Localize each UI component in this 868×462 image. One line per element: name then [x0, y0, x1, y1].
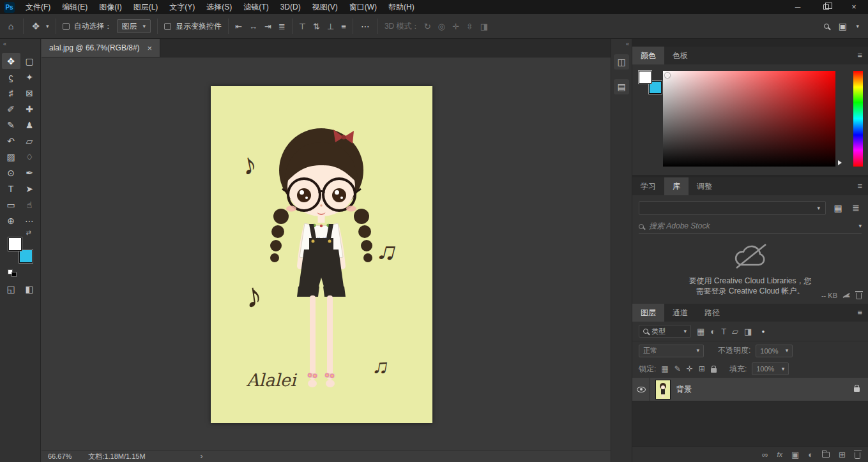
foreground-color-swatch[interactable]: [8, 237, 22, 251]
close-tab-button[interactable]: ×: [148, 43, 153, 53]
3d-slide-button[interactable]: ⇳: [466, 22, 473, 31]
filter-kind-adjustment-button[interactable]: ◐: [710, 327, 715, 336]
auto-select-dropdown[interactable]: 图层 ▾: [117, 19, 151, 33]
distribute-v-button[interactable]: ≡: [341, 22, 346, 31]
new-group-button[interactable]: [822, 452, 830, 458]
new-layer-button[interactable]: ⊞: [839, 450, 846, 459]
tab-libraries[interactable]: 库: [664, 177, 689, 195]
chevron-down-icon[interactable]: ▾: [856, 24, 859, 29]
add-layer-mask-button[interactable]: ▣: [791, 450, 799, 459]
menu-help[interactable]: 帮助(H): [383, 0, 420, 14]
eraser-tool[interactable]: ▱: [20, 133, 39, 149]
list-view-button[interactable]: ≣: [850, 204, 862, 212]
hand-tool[interactable]: ☝: [20, 197, 39, 212]
frame-tool[interactable]: ⊠: [20, 85, 39, 101]
lasso-tool[interactable]: ϛ: [2, 69, 20, 85]
spot-healing-brush-tool[interactable]: ✚: [20, 101, 39, 117]
close-button[interactable]: ×: [840, 0, 868, 14]
grid-view-button[interactable]: ▦: [832, 204, 844, 212]
document-info[interactable]: 文档:1.18M/1.15M: [88, 452, 145, 461]
search-icon[interactable]: [824, 24, 829, 29]
panel-menu-icon[interactable]: ≡: [857, 51, 862, 59]
panel-foreground-swatch[interactable]: [639, 71, 651, 84]
filter-kind-type-button[interactable]: T: [721, 327, 726, 336]
screen-mode-button[interactable]: ◧: [20, 281, 39, 297]
canvas-image[interactable]: ♪ ♪ ♫ ♫: [211, 86, 432, 423]
eyedropper-tool[interactable]: ✐: [2, 101, 20, 117]
menu-view[interactable]: 视图(V): [307, 0, 344, 14]
add-adjustment-layer-button[interactable]: ◐: [808, 450, 813, 459]
panel-menu-icon[interactable]: ≡: [857, 308, 862, 317]
distribute-h-button[interactable]: ≣: [278, 22, 286, 31]
align-top-button[interactable]: ⊤: [299, 22, 306, 31]
align-right-button[interactable]: ⇥: [264, 22, 271, 31]
collapsed-properties-panel-button[interactable]: ▤: [614, 79, 629, 94]
collapse-toolbar-button[interactable]: «: [3, 41, 6, 47]
link-layers-button[interactable]: ∞: [762, 450, 768, 459]
type-tool[interactable]: T: [2, 181, 20, 197]
lock-all-button[interactable]: [711, 368, 717, 373]
3d-drag-button[interactable]: ✛: [452, 22, 459, 31]
swap-colors-button[interactable]: ⇄: [26, 229, 31, 236]
tab-swatches[interactable]: 色板: [664, 47, 696, 64]
menu-window[interactable]: 窗口(W): [344, 0, 383, 14]
filter-kind-smartobject-button[interactable]: ◨: [744, 327, 752, 336]
tab-channels[interactable]: 通道: [664, 304, 696, 322]
auto-select-checkbox[interactable]: [63, 23, 70, 30]
gradient-tool[interactable]: ▨: [2, 149, 20, 165]
move-tool[interactable]: ✥: [2, 53, 20, 69]
collapse-dock-button[interactable]: «: [626, 41, 628, 47]
quick-mask-button[interactable]: ◱: [2, 281, 20, 297]
tab-paths[interactable]: 路径: [696, 304, 728, 322]
color-marker[interactable]: [665, 73, 670, 78]
zoom-level-field[interactable]: 66.67%: [48, 452, 72, 460]
path-selection-tool[interactable]: ➤: [20, 181, 39, 197]
collapsed-history-panel-button[interactable]: ◫: [614, 54, 629, 70]
home-button[interactable]: ⌂: [5, 22, 17, 31]
layer-effects-button[interactable]: fx: [777, 451, 782, 458]
more-options-button[interactable]: ⋯: [360, 22, 371, 31]
blur-tool[interactable]: ♢: [20, 149, 39, 165]
background-color-swatch[interactable]: [19, 250, 33, 263]
minimize-button[interactable]: ─: [784, 0, 812, 14]
align-left-button[interactable]: ⇤: [235, 22, 242, 31]
3d-roll-button[interactable]: ◎: [438, 22, 445, 31]
lock-transparent-button[interactable]: ▦: [661, 364, 668, 373]
opacity-dropdown[interactable]: 100% ▾: [756, 345, 793, 357]
panel-menu-icon[interactable]: ≡: [857, 182, 862, 190]
tab-color[interactable]: 颜色: [632, 47, 664, 64]
canvas-area[interactable]: ♪ ♪ ♫ ♫: [42, 57, 611, 450]
layer-filter-toggle[interactable]: ●: [761, 329, 765, 334]
show-transform-checkbox[interactable]: [164, 23, 171, 30]
lock-pixels-button[interactable]: ✎: [674, 364, 681, 373]
delete-library-item-button[interactable]: [856, 293, 862, 299]
layer-filter-dropdown[interactable]: 类型 ▾: [639, 325, 691, 338]
delete-layer-button[interactable]: [855, 452, 860, 459]
clone-stamp-tool[interactable]: ♟: [20, 117, 39, 133]
layer-row-background[interactable]: 背景: [632, 378, 868, 401]
library-search-field[interactable]: 搜索 Adobe Stock ▾: [639, 220, 862, 234]
library-select-dropdown[interactable]: ▾: [639, 201, 826, 215]
document-tab[interactable]: alal.jpg @ 66.7%(RGB/8#) ×: [42, 39, 160, 57]
chevron-down-icon[interactable]: ▾: [858, 223, 862, 229]
magic-wand-tool[interactable]: ✦: [20, 69, 39, 85]
3d-rotate-button[interactable]: ↻: [424, 22, 431, 31]
dodge-tool[interactable]: ⊙: [2, 165, 20, 181]
edit-toolbar-button[interactable]: ⋯: [20, 212, 39, 228]
brush-tool[interactable]: ✎: [2, 117, 20, 133]
crop-tool[interactable]: ♯: [2, 85, 20, 101]
blend-mode-dropdown[interactable]: 正常 ▾: [639, 345, 704, 357]
align-center-h-button[interactable]: ↔: [249, 22, 257, 31]
status-chevron-button[interactable]: ›: [201, 452, 203, 461]
rectangle-shape-tool[interactable]: ▭: [2, 197, 20, 212]
menu-layer[interactable]: 图层(L): [128, 0, 164, 14]
align-bottom-button[interactable]: ⊥: [327, 22, 334, 31]
restore-button[interactable]: [812, 0, 840, 14]
menu-3d[interactable]: 3D(D): [275, 0, 307, 14]
pen-tool[interactable]: ✒: [20, 165, 39, 181]
tab-layers[interactable]: 图层: [632, 304, 664, 322]
menu-type[interactable]: 文字(Y): [164, 0, 201, 14]
lock-position-button[interactable]: ✛: [687, 364, 693, 373]
hue-slider[interactable]: [853, 71, 863, 167]
menu-image[interactable]: 图像(I): [93, 0, 127, 14]
